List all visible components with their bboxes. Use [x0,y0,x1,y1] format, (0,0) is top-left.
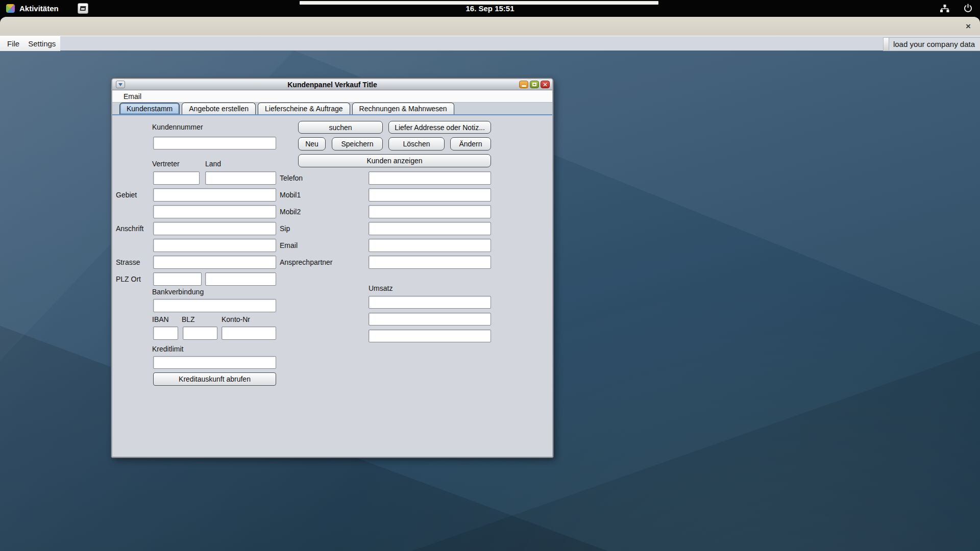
window-titlebar[interactable]: Kundenpanel Verkauf Title ✕ [112,79,552,90]
menu-email[interactable]: Email [124,92,141,101]
umsatz-label: Umsatz [369,284,393,292]
ansprechpartner-label: Ansprechpartner [280,258,333,266]
menu-file[interactable]: File [7,39,19,48]
tab-strip: Kundenstamm Angebote erstellen Liefersch… [112,103,552,115]
vertreter-input[interactable] [153,171,200,185]
minimize-button[interactable] [519,81,528,88]
vertreter-label: Vertreter [152,160,180,168]
ort-input[interactable] [205,272,276,286]
maximize-button[interactable] [530,81,539,88]
plz-ort-label: PLZ Ort [116,275,141,283]
gebiet-label: Gebiet [116,191,137,199]
ansprechpartner-input[interactable] [369,256,491,269]
email-input[interactable] [369,239,491,252]
blz-label: BLZ [182,315,195,323]
close-button[interactable]: ✕ [541,81,550,88]
maximize-icon [532,83,536,86]
kundennummer-label: Kundennummer [152,123,203,131]
power-icon[interactable] [963,4,973,13]
aendern-button[interactable]: Ändern [450,137,491,151]
neu-button[interactable]: Neu [298,137,326,151]
viewer-close-icon[interactable]: × [963,21,974,32]
gnome-topbar: Aktivitäten 16. Sep 15:51 [0,0,980,17]
sip-label: Sip [280,224,290,233]
kreditlimit-input[interactable] [153,356,276,369]
gebiet2-input[interactable] [153,205,276,218]
konto-nr-input[interactable] [222,327,276,340]
kundenpanel-window: Kundenpanel Verkauf Title ✕ Email Kunden… [111,78,553,458]
load-company-data-button[interactable]: load your company data [883,37,980,51]
kundennummer-input[interactable] [153,137,276,149]
viewer-menubar: File Settings load your company data [0,36,980,51]
close-icon: ✕ [543,82,548,88]
window-title: Kundenpanel Verkauf Title [112,81,552,89]
anschrift-label: Anschrift [116,224,143,233]
loeschen-button[interactable]: Löschen [388,137,445,151]
tab-rechnungen-mahnwesen[interactable]: Rechnungen & Mahnwesen [352,103,454,114]
blz-input[interactable] [183,327,217,340]
anschrift2-input[interactable] [153,239,276,252]
strasse-label: Strasse [116,258,140,266]
kundenstamm-panel: suchen Liefer Addresse oder Notiz... Neu… [112,115,552,457]
window-menubar: Email [112,90,552,103]
speichern-button[interactable]: Speichern [332,137,383,151]
tab-kundenstamm[interactable]: Kundenstamm [119,103,180,114]
mobil2-label: Mobil2 [280,208,301,216]
telefon-label: Telefon [280,174,303,182]
kunden-anzeigen-button[interactable]: Kunden anzeigen [298,154,491,167]
gebiet-input[interactable] [153,188,276,202]
telefon-input[interactable] [369,171,491,185]
kreditlimit-label: Kreditlimit [152,345,183,353]
mobil2-input[interactable] [369,205,491,218]
umsatz3-input[interactable] [369,330,491,342]
clock[interactable]: 16. Sep 15:51 [0,0,980,17]
anschrift-input[interactable] [153,222,276,235]
land-input[interactable] [205,171,276,185]
umsatz1-input[interactable] [369,296,491,309]
email-label: Email [280,241,298,249]
umsatz2-input[interactable] [369,313,491,325]
iban-label: IBAN [152,315,169,323]
screen: Aktivitäten 16. Sep 15:51 × File Setting… [0,0,980,551]
mobil1-label: Mobil1 [280,191,301,199]
button-edge [884,38,889,51]
sip-input[interactable] [369,222,491,235]
suchen-button[interactable]: suchen [298,121,383,134]
bankverbindung-input[interactable] [153,299,276,312]
strasse-input[interactable] [153,256,276,269]
viewer-titlebar: × [0,17,980,36]
liefer-adresse-notiz-button[interactable]: Liefer Addresse oder Notiz... [388,121,491,134]
iban-input[interactable] [153,327,178,340]
konto-nr-label: Konto-Nr [222,315,250,323]
bankverbindung-label: Bankverbindung [152,288,204,296]
kreditauskunft-abrufen-button[interactable]: Kreditauskunft abrufen [153,372,276,386]
tab-angebote-erstellen[interactable]: Angebote erstellen [182,103,256,114]
land-label: Land [205,160,221,168]
plz-input[interactable] [153,272,202,286]
tab-lieferscheine-auftrage[interactable]: Lieferscheine & Auftrage [258,103,350,114]
menu-settings[interactable]: Settings [28,39,56,48]
minimize-icon [522,85,526,87]
mobil1-input[interactable] [369,188,491,202]
network-icon[interactable] [940,4,950,13]
